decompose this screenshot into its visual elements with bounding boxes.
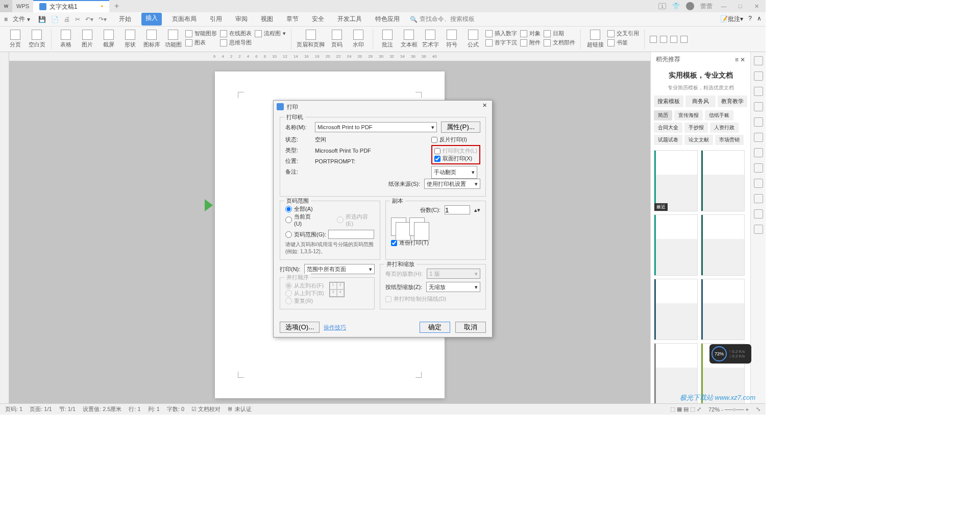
duplex-mode-combo[interactable]: 手动翻页▾ — [431, 166, 477, 179]
help-icon[interactable]: ? — [748, 15, 752, 23]
status-cert[interactable]: ⛨ 未认证 — [228, 405, 252, 413]
object-button[interactable]: 对象 — [520, 30, 541, 37]
options-button[interactable]: 选项(O)... — [280, 322, 320, 333]
zoom-slider[interactable]: 72% - ──○── + — [708, 406, 749, 413]
table-button[interactable]: 表格 — [57, 30, 75, 49]
symbol-button[interactable]: 符号 — [443, 30, 461, 49]
side-tool-1[interactable] — [754, 56, 763, 65]
template-item[interactable] — [701, 150, 745, 211]
tag-poster[interactable]: 宣传海报 — [674, 110, 703, 120]
avatar[interactable] — [686, 2, 694, 10]
watermark-button[interactable]: 水印 — [349, 30, 368, 49]
badge[interactable]: 1 — [658, 3, 666, 9]
picture-button[interactable]: 图片 — [78, 30, 96, 49]
status-page[interactable]: 页码: 1 — [5, 405, 22, 413]
tab-chapter[interactable]: 章节 — [283, 13, 302, 26]
maximize-button[interactable]: □ — [735, 3, 745, 9]
bookmark-button[interactable]: 书签 — [607, 39, 639, 46]
status-position[interactable]: 设置值: 2.5厘米 — [83, 405, 121, 413]
tab-security[interactable]: 安全 — [309, 13, 327, 26]
side-tool-6[interactable] — [754, 133, 763, 142]
panel-settings-icon[interactable]: ≡ — [735, 56, 739, 63]
print-to-file-checkbox[interactable]: 打印到文件(L) — [434, 147, 477, 155]
close-button[interactable]: ✕ — [751, 3, 762, 10]
horizontal-ruler[interactable]: 642 246 81012 141618 202224 262830 32343… — [9, 52, 650, 61]
print-icon[interactable]: 🖨 — [64, 16, 70, 23]
date-button[interactable]: 日期 — [544, 30, 575, 37]
status-chars[interactable]: 字数: 0 — [167, 405, 184, 413]
tab-special[interactable]: 特色应用 — [372, 13, 403, 26]
hyperlink-button[interactable]: 超链接 — [586, 30, 604, 49]
side-tool-5[interactable] — [754, 117, 763, 127]
blank-page-button[interactable]: 空白页 — [28, 30, 46, 49]
drop-cap-button[interactable]: 首字下沉 — [485, 39, 517, 46]
panel-close-icon[interactable]: ✕ — [740, 56, 745, 63]
side-tool-9[interactable] — [754, 179, 763, 188]
new-tab-button[interactable]: + — [109, 2, 124, 11]
menu-icon[interactable]: ≡ — [4, 16, 8, 23]
template-list[interactable]: 最近 — [651, 148, 750, 403]
icon-library-button[interactable]: 图标库 — [142, 30, 161, 49]
online-chart-button[interactable]: 在线图表 — [220, 30, 252, 37]
reverse-print-checkbox[interactable]: 反片打印(I) — [431, 136, 480, 143]
status-page-of[interactable]: 页面: 1/1 — [30, 405, 52, 413]
tab-pagelayout[interactable]: 页面布局 — [169, 13, 200, 26]
paper-source-combo[interactable]: 使用打印机设置▾ — [424, 179, 480, 189]
tag-paper[interactable]: 论文文献 — [684, 135, 713, 145]
copies-input[interactable] — [445, 205, 470, 214]
smartart-button[interactable]: 智能图形 — [185, 30, 217, 37]
view-mode-3[interactable] — [670, 36, 677, 43]
dialog-close-button[interactable]: ✕ — [480, 102, 489, 111]
view-mode-4[interactable] — [680, 36, 688, 43]
template-item[interactable] — [701, 214, 745, 276]
status-section[interactable]: 节: 1/1 — [59, 405, 76, 413]
ok-button[interactable]: 确定 — [420, 322, 450, 333]
tips-link[interactable]: 操作技巧 — [324, 324, 346, 331]
tab-start[interactable]: 开始 — [116, 13, 134, 26]
tag-letter[interactable]: 信纸手账 — [705, 110, 733, 120]
range-current-radio[interactable]: 当前页(U) — [285, 213, 317, 227]
comment-button[interactable]: 批注 — [378, 30, 397, 49]
duplex-checkbox[interactable]: 双面打印(X) — [434, 155, 477, 162]
status-col[interactable]: 列: 1 — [148, 405, 160, 413]
save-icon[interactable]: 💾 — [38, 16, 46, 23]
tab-devtools[interactable]: 开发工具 — [334, 13, 365, 26]
range-pages-radio[interactable]: 页码范围(G): — [285, 230, 375, 239]
screenshot-button[interactable]: 截屏 — [100, 30, 118, 49]
status-line[interactable]: 行: 1 — [129, 405, 140, 413]
mindmap-button[interactable]: 思维导图 — [220, 39, 252, 46]
vertical-ruler[interactable] — [0, 52, 9, 403]
tab-insert[interactable]: 插入 — [141, 13, 162, 26]
file-menu[interactable]: 文件 ▾ — [10, 14, 33, 25]
tag-hr[interactable]: 人资行政 — [710, 123, 739, 133]
header-footer-button[interactable]: 页眉和页脚 — [297, 30, 325, 49]
side-tool-8[interactable] — [754, 163, 763, 173]
printer-name-combo[interactable]: Microsoft Print to PDF▾ — [315, 122, 437, 132]
tag-marketing[interactable]: 市场营销 — [715, 135, 744, 145]
template-item[interactable]: 最近 — [654, 150, 698, 211]
side-tool-10[interactable] — [754, 194, 763, 203]
redo-icon[interactable]: ↷▾ — [99, 16, 107, 23]
tab-review[interactable]: 审阅 — [232, 13, 251, 26]
template-item[interactable] — [654, 279, 698, 340]
collapse-icon[interactable]: ∧ — [757, 15, 762, 23]
textbox-button[interactable]: 文本框 — [400, 30, 418, 49]
scale-combo[interactable]: 无缩放▾ — [426, 282, 480, 292]
command-search[interactable]: 🔍 查找命令、搜索模板 — [410, 15, 475, 23]
tag-resume[interactable]: 简历 — [654, 110, 672, 120]
wordart-button[interactable]: 艺术字 — [421, 30, 439, 49]
print-what-combo[interactable]: 范围中所有页面▾ — [304, 264, 375, 274]
side-tab-business[interactable]: 商务风 — [685, 95, 715, 107]
side-tool-7[interactable] — [754, 148, 763, 157]
minimize-button[interactable]: — — [719, 3, 729, 9]
undo-icon[interactable]: ↶▾ — [85, 16, 93, 23]
side-tool-2[interactable] — [754, 71, 763, 81]
range-all-radio[interactable]: 全部(A) — [285, 205, 375, 213]
properties-button[interactable]: 属性(P)... — [441, 122, 480, 133]
page-range-input[interactable] — [328, 230, 374, 239]
tag-exam[interactable]: 试题试卷 — [654, 135, 682, 145]
apparel-icon[interactable]: 👕 — [672, 3, 680, 10]
side-tab-search[interactable]: 搜索模板 — [654, 95, 683, 107]
side-tool-11[interactable] — [754, 209, 763, 219]
chart-button[interactable]: 图表 — [185, 39, 217, 46]
